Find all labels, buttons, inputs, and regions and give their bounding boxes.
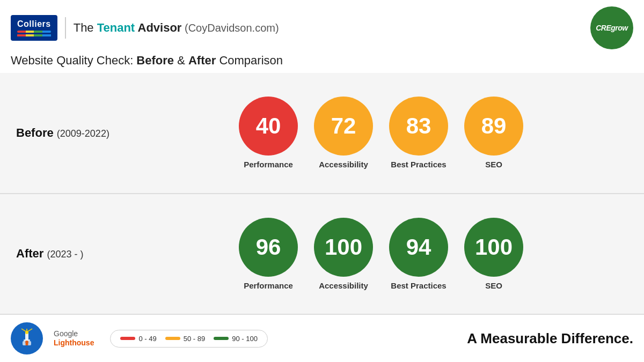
subtitle-after: After: [188, 54, 216, 67]
after-accessibility-item: 100 Accessibility: [314, 218, 373, 290]
after-metrics-grid: 96 Performance 100 Accessibility 94 B: [134, 218, 628, 290]
footer-tagline: A Measurable Difference.: [467, 330, 633, 347]
cregrow-logo: CREgrow: [590, 6, 633, 49]
colliers-label: Colliers: [17, 19, 51, 28]
legend: 0 - 49 50 - 89 90 - 100: [110, 330, 267, 348]
lighthouse-logo: [11, 322, 43, 354]
after-bestpractices-label: Best Practices: [391, 281, 446, 290]
tagline-text: A Measurable Difference.: [467, 330, 633, 346]
legend-item-green: 90 - 100: [214, 335, 258, 343]
svg-rect-9: [26, 343, 28, 345]
header: Colliers The Tenant Advisor (CoyDavidson…: [0, 0, 644, 54]
legend-range-red: 0 - 49: [138, 335, 156, 343]
after-accessibility-label: Accessibility: [319, 281, 368, 290]
header-title: The Tenant Advisor (CoyDavidson.com): [74, 21, 279, 35]
before-performance-value: 40: [256, 113, 281, 139]
after-section-row: After (2023 - ) 96 Performance 100 Acces…: [0, 194, 644, 314]
before-accessibility-label: Accessibility: [319, 160, 368, 169]
header-left: Colliers The Tenant Advisor (CoyDavidson…: [11, 15, 279, 41]
subtitle-and: &: [174, 54, 188, 67]
after-year-range: (2023 - ): [47, 249, 83, 260]
subtitle: Website Quality Check: Before & After Co…: [0, 54, 644, 73]
before-accessibility-value: 72: [331, 113, 356, 139]
svg-point-7: [25, 331, 28, 334]
google-line1: Google: [54, 329, 94, 338]
after-accessibility-circle: 100: [314, 218, 373, 277]
legend-item-yellow: 50 - 89: [165, 335, 205, 343]
before-seo-item: 89 SEO: [464, 97, 523, 169]
title-domain: (CoyDavidson.com): [181, 22, 279, 34]
legend-range-yellow: 50 - 89: [184, 335, 205, 343]
before-year-range: (2009-2022): [57, 128, 109, 139]
footer: Google Lighthouse 0 - 49 50 - 89 90 - 10…: [0, 314, 644, 362]
before-bestpractices-value: 83: [406, 113, 431, 139]
before-bestpractices-label: Best Practices: [391, 160, 446, 169]
title-advisor: Advisor: [135, 21, 181, 34]
after-performance-label: Performance: [244, 281, 293, 290]
before-section-row: Before (2009-2022) 40 Performance 72 Acc…: [0, 73, 644, 194]
after-seo-value: 100: [475, 234, 513, 260]
after-performance-value: 96: [256, 234, 281, 260]
main-content: Before (2009-2022) 40 Performance 72 Acc…: [0, 73, 644, 314]
lighthouse-icon: [16, 328, 38, 349]
lighthouse-line2: Lighthouse: [54, 338, 94, 348]
before-bestpractices-item: 83 Best Practices: [389, 97, 448, 169]
legend-dash-yellow: [165, 337, 180, 340]
before-performance-circle: 40: [239, 97, 298, 156]
title-tenant: Tenant: [97, 21, 135, 34]
cregrow-label: CREgrow: [596, 24, 628, 32]
before-label-text: Before: [16, 126, 54, 139]
before-bestpractices-circle: 83: [389, 97, 448, 156]
legend-dash-red: [120, 337, 135, 340]
subtitle-end: Comparison: [216, 54, 283, 67]
page-wrapper: Colliers The Tenant Advisor (CoyDavidson…: [0, 0, 644, 362]
before-performance-label: Performance: [244, 160, 293, 169]
colliers-logo: Colliers: [11, 15, 57, 41]
subtitle-before: Before: [136, 54, 174, 67]
subtitle-start: Website Quality Check:: [11, 54, 136, 67]
after-performance-item: 96 Performance: [239, 218, 298, 290]
before-metrics-grid: 40 Performance 72 Accessibility 83 Be: [134, 97, 628, 169]
after-accessibility-value: 100: [325, 234, 362, 260]
after-performance-circle: 96: [239, 218, 298, 277]
after-label: After (2023 - ): [16, 247, 134, 261]
before-seo-circle: 89: [464, 97, 523, 156]
title-strong: Tenant Advisor: [97, 21, 182, 34]
after-bestpractices-item: 94 Best Practices: [389, 218, 448, 290]
legend-range-green: 90 - 100: [232, 335, 258, 343]
after-bestpractices-circle: 94: [389, 218, 448, 277]
legend-dash-green: [214, 337, 229, 340]
before-accessibility-circle: 72: [314, 97, 373, 156]
before-label: Before (2009-2022): [16, 126, 134, 140]
header-divider: [65, 17, 66, 39]
lighthouse-text: Google Lighthouse: [54, 329, 94, 348]
before-seo-label: SEO: [485, 160, 502, 169]
after-seo-item: 100 SEO: [464, 218, 523, 290]
before-accessibility-item: 72 Accessibility: [314, 97, 373, 169]
title-the: The: [74, 21, 97, 34]
after-bestpractices-value: 94: [406, 234, 431, 260]
after-seo-label: SEO: [485, 281, 502, 290]
before-seo-value: 89: [481, 113, 507, 139]
legend-item-red: 0 - 49: [120, 335, 156, 343]
after-seo-circle: 100: [464, 218, 523, 277]
after-label-text: After: [16, 247, 43, 260]
before-performance-item: 40 Performance: [239, 97, 298, 169]
